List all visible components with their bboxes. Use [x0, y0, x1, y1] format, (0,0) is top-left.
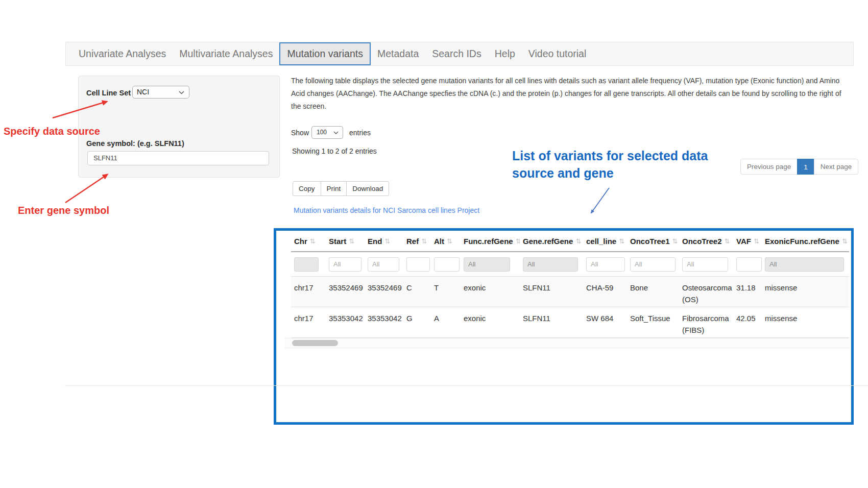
page-length-select[interactable]: 100	[311, 126, 343, 139]
sort-icon[interactable]: ⇅	[619, 237, 624, 245]
scrollbar-thumb[interactable]	[292, 340, 338, 346]
page-divider	[65, 385, 868, 386]
col-header-alt[interactable]: Alt⇅	[431, 237, 461, 246]
show-label: Show	[291, 129, 309, 137]
col-header-oncotree2[interactable]: OncoTree2⇅	[679, 237, 733, 246]
gene-symbol-label: Gene symbol: (e.g. SLFN11)	[86, 139, 184, 148]
sort-icon[interactable]: ⇅	[447, 237, 452, 245]
sort-icon[interactable]: ⇅	[421, 237, 427, 245]
filter-end[interactable]: All	[368, 257, 399, 272]
annotation-variants-list: List of variants for selected data sourc…	[512, 147, 708, 182]
annotation-enter-gene-symbol: Enter gene symbol	[18, 205, 109, 216]
export-button-group: Copy Print Download	[293, 181, 389, 196]
tab-help[interactable]: Help	[488, 42, 522, 65]
arrow-variants-list	[591, 188, 609, 213]
sidebar-panel: Cell Line Set NCI Gene symbol: (e.g. SLF…	[78, 76, 280, 178]
navbar: Univariate Analyses Multivariate Analyse…	[65, 42, 854, 66]
sort-icon[interactable]: ⇅	[575, 237, 581, 245]
table-title-link[interactable]: Mutation variants details for NCI Sarcom…	[294, 206, 479, 214]
chevron-down-icon	[333, 131, 339, 134]
tab-search-ids[interactable]: Search IDs	[425, 42, 488, 65]
cell-line-set-label: Cell Line Set	[86, 89, 131, 97]
filter-exonicfunc-refgene[interactable]: All	[765, 257, 844, 272]
print-button[interactable]: Print	[321, 181, 347, 196]
pagination: Previous page 1 Next page	[740, 159, 858, 175]
table-row: chr17 35352469 35352469 C T exonic SLFN1…	[291, 276, 849, 307]
cell-line-set-select[interactable]: NCI	[132, 86, 189, 99]
filter-ref[interactable]	[406, 257, 430, 272]
table-header-row: Chr⇅ Start⇅ End⇅ Ref⇅ Alt⇅ Func.refGene⇅…	[291, 231, 849, 252]
filter-func-refgene[interactable]: All	[464, 257, 510, 272]
tab-metadata[interactable]: Metadata	[371, 42, 425, 65]
col-header-vaf[interactable]: VAF⇅	[733, 237, 762, 246]
tab-univariate-analyses[interactable]: Univariate Analyses	[72, 42, 173, 65]
sort-icon[interactable]: ⇅	[516, 237, 520, 245]
sort-icon[interactable]: ⇅	[672, 237, 678, 245]
filter-gene-refgene[interactable]: All	[523, 257, 578, 272]
col-header-ref[interactable]: Ref⇅	[403, 237, 431, 246]
sort-icon[interactable]: ⇅	[725, 237, 730, 245]
filter-oncotree2[interactable]: All	[682, 257, 728, 272]
sort-icon[interactable]: ⇅	[842, 237, 848, 245]
col-header-start[interactable]: Start⇅	[326, 237, 365, 246]
variants-table: Chr⇅ Start⇅ End⇅ Ref⇅ Alt⇅ Func.refGene⇅…	[291, 231, 849, 338]
tab-mutation-variants[interactable]: Mutation variants	[279, 42, 371, 65]
table-filter-row: All All All All All All All All	[291, 252, 849, 276]
showing-entries-text: Showing 1 to 2 of 2 entries	[292, 147, 377, 155]
copy-button[interactable]: Copy	[293, 181, 321, 196]
entries-label: entries	[349, 129, 371, 137]
horizontal-scrollbar[interactable]	[285, 338, 849, 348]
previous-page-button[interactable]: Previous page	[740, 159, 798, 175]
filter-cell-line[interactable]: All	[586, 257, 625, 272]
sort-icon[interactable]: ⇅	[310, 237, 316, 245]
table-description: The following table displays the selecte…	[291, 75, 841, 113]
sort-icon[interactable]: ⇅	[754, 237, 759, 245]
filter-start[interactable]: All	[329, 257, 361, 272]
col-header-cell-line[interactable]: cell_line⇅	[583, 237, 627, 246]
chevron-down-icon	[179, 91, 184, 94]
tab-multivariate-analyses[interactable]: Multivariate Analyses	[173, 42, 279, 65]
filter-chr[interactable]	[294, 257, 319, 272]
col-header-gene-refgene[interactable]: Gene.refGene⇅	[520, 237, 583, 246]
sort-icon[interactable]: ⇅	[349, 237, 354, 245]
tab-video-tutorial[interactable]: Video tutorial	[522, 42, 593, 65]
col-header-exonicfunc-refgene[interactable]: ExonicFunc.refGene⇅	[762, 237, 849, 246]
col-header-oncotree1[interactable]: OncoTree1⇅	[627, 237, 679, 246]
arrow-enter-gene-symbol	[65, 175, 107, 203]
gene-symbol-input[interactable]: SLFN11	[87, 151, 269, 165]
col-header-end[interactable]: End⇅	[365, 237, 403, 246]
filter-alt[interactable]	[434, 257, 460, 272]
col-header-chr[interactable]: Chr⇅	[291, 237, 326, 246]
download-button[interactable]: Download	[346, 181, 389, 196]
next-page-button[interactable]: Next page	[814, 159, 859, 175]
col-header-func-refgene[interactable]: Func.refGene⇅	[461, 237, 520, 246]
page-1-button[interactable]: 1	[797, 159, 814, 175]
table-row: chr17 35353042 35353042 G A exonic SLFN1…	[291, 307, 849, 337]
filter-oncotree1[interactable]: All	[630, 257, 676, 272]
annotation-specify-data-source: Specify data source	[4, 126, 100, 137]
sort-icon[interactable]: ⇅	[384, 237, 390, 245]
filter-vaf[interactable]	[736, 257, 762, 272]
